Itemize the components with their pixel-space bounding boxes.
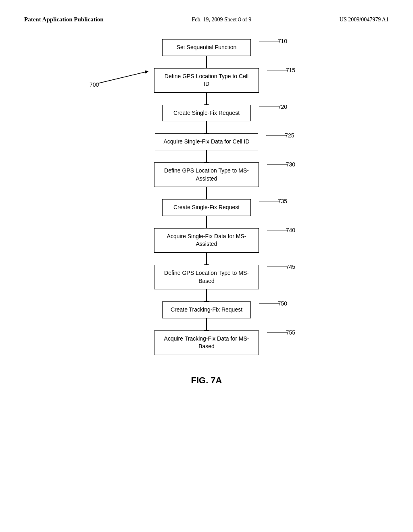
step-735-wrapper: Create Single-Fix Request 735 [162, 199, 251, 216]
step-710-box: Set Sequential Function [162, 39, 251, 56]
step-730-label: 730 [267, 160, 295, 170]
page-header: Patent Application Publication Feb. 19, … [0, 0, 413, 31]
arrow-730-735 [206, 187, 207, 199]
step-730-text: Define GPS Location Type to MS-Assisted [164, 167, 249, 182]
step-745-label: 745 [267, 263, 295, 272]
arrow-710-715 [206, 56, 207, 68]
step-750-label: 750 [259, 299, 287, 309]
step-725-box: Acquire Single-Fix Data for Cell ID [155, 133, 258, 150]
arrow-750-755 [206, 318, 207, 330]
step-755-wrapper: Acquire Tracking-Fix Data for MS-Based 7… [154, 330, 259, 355]
step-740-text: Acquire Single-Fix Data for MS-Assisted [167, 233, 246, 247]
step-735-label: 735 [259, 197, 287, 206]
publication-type: Patent Application Publication [24, 16, 104, 23]
publication-date-sheet: Feb. 19, 2009 Sheet 8 of 9 [192, 17, 251, 23]
publication-number: US 2009/0047979 A1 [340, 17, 389, 23]
step-720-wrapper: Create Single-Fix Request 720 [162, 105, 251, 122]
step-710-wrapper: Set Sequential Function 710 [162, 39, 251, 56]
step-720-text: Create Single-Fix Request [173, 110, 240, 116]
step-730-box: Define GPS Location Type to MS-Assisted [154, 162, 259, 187]
step-755-box: Acquire Tracking-Fix Data for MS-Based [154, 330, 259, 355]
step-750-wrapper: Create Tracking-Fix Request 750 [162, 301, 251, 318]
step-725-label: 725 [266, 131, 294, 141]
step-745-text: Define GPS Location Type to MS-Based [164, 270, 249, 284]
arrow-745-750 [206, 289, 207, 301]
step-715-wrapper: Define GPS Location Type to Cell ID 715 [154, 68, 259, 93]
step-720-box: Create Single-Fix Request [162, 105, 251, 122]
step-745-box: Define GPS Location Type to MS-Based [154, 265, 259, 289]
diagram-container: 700 Set Sequential Function 710 [0, 39, 413, 386]
step-710-text: Set Sequential Function [177, 44, 237, 50]
arrow-715-720 [206, 93, 207, 105]
step-715-label: 715 [267, 66, 295, 75]
step-735-text: Create Single-Fix Request [173, 204, 240, 210]
arrow-735-740 [206, 216, 207, 228]
arrow-740-745 [206, 253, 207, 265]
step-710-label: 710 [259, 37, 287, 46]
step-735-box: Create Single-Fix Request [162, 199, 251, 216]
arrow-725-730 [206, 150, 207, 162]
step-730-wrapper: Define GPS Location Type to MS-Assisted … [154, 162, 259, 187]
figure-label: FIG. 7A [191, 375, 222, 386]
step-755-label: 755 [267, 328, 295, 338]
step-715-box: Define GPS Location Type to Cell ID [154, 68, 259, 93]
step-750-box: Create Tracking-Fix Request [162, 301, 251, 318]
arrow-720-725 [206, 121, 207, 133]
step-745-wrapper: Define GPS Location Type to MS-Based 745 [154, 265, 259, 289]
step-715-text: Define GPS Location Type to Cell ID [165, 73, 248, 87]
step-740-box: Acquire Single-Fix Data for MS-Assisted [154, 228, 259, 253]
step-740-label: 740 [267, 226, 295, 235]
step-750-text: Create Tracking-Fix Request [171, 306, 242, 313]
step-725-wrapper: Acquire Single-Fix Data for Cell ID 725 [155, 133, 258, 150]
step-755-text: Acquire Tracking-Fix Data for MS-Based [164, 335, 249, 350]
step-740-wrapper: Acquire Single-Fix Data for MS-Assisted … [154, 228, 259, 253]
step-720-label: 720 [259, 103, 287, 112]
flowchart: Set Sequential Function 710 Define GPS L… [86, 39, 327, 355]
step-725-text: Acquire Single-Fix Data for Cell ID [163, 138, 249, 145]
